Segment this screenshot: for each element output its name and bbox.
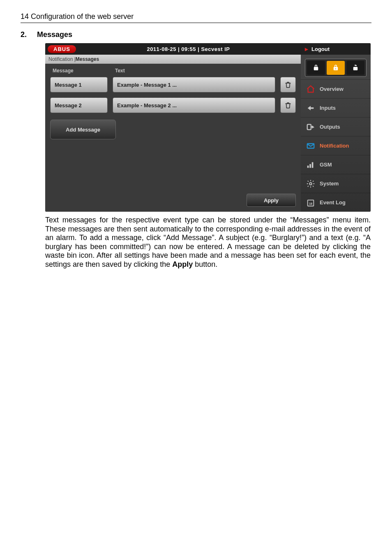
signal-icon [306,160,316,170]
nav-label: Overview [320,86,344,92]
nav-inputs[interactable]: Inputs [301,98,371,117]
svg-rect-3 [307,165,309,168]
body-paragraph: Text messages for the respective event t… [45,216,371,269]
delete-button[interactable] [280,77,296,92]
datetime-title: 2011-08-25 | 09:55 | Secvest IP [76,46,301,52]
breadcrumb: Notification | Messages [45,55,301,64]
table-row: Message 1 Example - Message 1 ... [50,77,296,92]
col-header-text: Text [113,68,125,74]
nav-outputs[interactable]: Outputs [301,117,371,136]
delete-button[interactable] [280,97,296,113]
nav-event-log[interactable]: 18 Event Log [301,193,371,212]
trash-icon [284,81,292,89]
section-heading: 2. Messages [21,30,371,39]
trash-icon [284,101,292,109]
message-name-cell[interactable]: Message 2 [50,97,108,113]
topbar: ABUS 2011-08-25 | 09:55 | Secvest IP [45,43,301,55]
nav-label: Inputs [320,105,336,111]
nav-overview[interactable]: Overview [301,79,371,98]
svg-point-6 [309,183,312,185]
add-message-button[interactable]: Add Message [50,120,116,139]
nav-label: GSM [320,162,332,168]
svg-rect-5 [312,162,314,168]
svg-rect-4 [309,164,311,168]
screenshot-figure: ABUS 2011-08-25 | 09:55 | Secvest IP Not… [45,43,371,212]
body-tail: button. [193,260,217,268]
house-icon [306,84,316,94]
nav-label: Event Log [320,199,346,206]
body-bold: Apply [172,260,193,268]
message-text-cell[interactable]: Example - Message 2 ... [113,97,275,113]
col-header-message: Message [50,68,108,74]
svg-rect-0 [335,68,336,69]
svg-text:18: 18 [309,201,312,205]
content-area: Message Text Message 1 Example - Message… [45,64,301,212]
gear-icon [306,179,316,189]
envelope-icon [306,141,316,151]
section-number: 2. [21,30,37,39]
nav-label: System [320,180,339,187]
page-header: 14 Configuration of the web server [21,12,371,23]
calendar-icon: 18 [306,198,316,208]
logout-arrow-icon: ▶ [305,47,308,51]
breadcrumb-current: Messages [76,56,99,62]
nav-label: Outputs [320,124,340,130]
lock-open-icon[interactable] [346,61,364,75]
breadcrumb-prefix: Notification | [48,56,76,62]
table-row: Message 2 Example - Message 2 ... [50,97,296,113]
nav-label: Notification [320,143,349,149]
message-name-cell[interactable]: Message 1 [50,77,108,92]
svg-rect-1 [307,124,311,129]
section-title: Messages [37,30,72,39]
arrow-out-icon [306,122,316,132]
logout-label: Logout [311,46,330,52]
logout-link[interactable]: ▶ Logout [301,43,371,55]
nav-system[interactable]: System [301,174,371,193]
lock-closed-icon[interactable] [307,61,325,75]
apply-button[interactable]: Apply [247,194,296,207]
nav-gsm[interactable]: GSM [301,155,371,174]
nav-notification[interactable]: Notification [301,136,371,155]
lock-partial-icon[interactable] [327,61,345,75]
arrow-in-icon [306,103,316,113]
status-panel [301,55,371,79]
message-text-cell[interactable]: Example - Message 1 ... [113,77,275,92]
abus-logo: ABUS [48,45,76,53]
